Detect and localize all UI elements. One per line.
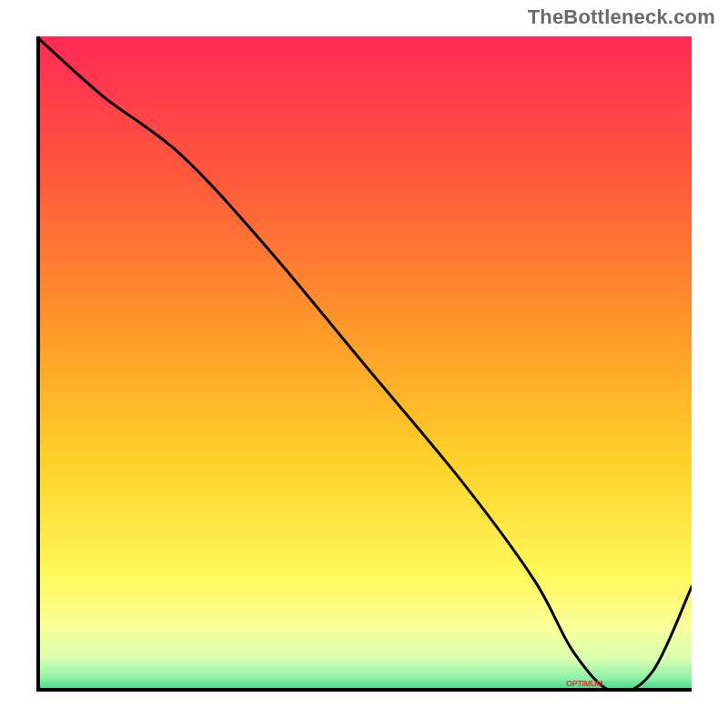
minimum-marker-label: OPTIMUM: [566, 679, 602, 688]
chart-container: TheBottleneck.com OPTIMUM: [0, 0, 728, 728]
axes-frame: [36, 36, 692, 692]
watermark-text: TheBottleneck.com: [528, 5, 715, 29]
